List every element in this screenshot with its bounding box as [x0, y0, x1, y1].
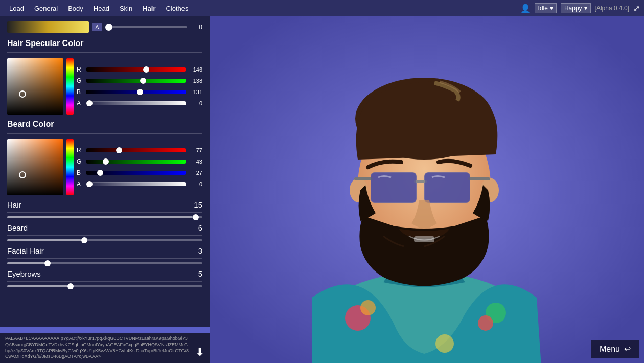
hair-r-track[interactable]: [86, 67, 186, 72]
prop-value-2: 3: [198, 246, 202, 255]
hair-g-track[interactable]: [86, 79, 186, 83]
nav-clothes[interactable]: Clothes: [160, 0, 193, 16]
nav-head[interactable]: Head: [88, 0, 114, 16]
svg-rect-19: [414, 236, 434, 242]
mood-dropdown[interactable]: Happy ▾: [561, 3, 591, 13]
nav-general[interactable]: General: [29, 0, 63, 16]
prop-track-0[interactable]: [7, 216, 202, 218]
hair-b-label: B: [77, 88, 83, 96]
menu-label: Menu: [600, 345, 620, 354]
hair-a-thumb[interactable]: [86, 100, 93, 106]
beard-color-line: [7, 133, 202, 134]
prop-thumb-0[interactable]: [193, 214, 199, 220]
beard-r-value: 77: [189, 147, 202, 153]
beard-rgba-sliders: R 77 G 43 B 27: [77, 139, 202, 195]
prop-row-facial-hair: Facial Hair 3: [7, 246, 202, 264]
mood-chevron: ▾: [584, 5, 587, 12]
status-dropdown[interactable]: Idle ▾: [535, 3, 557, 13]
nav-skin[interactable]: Skin: [114, 0, 137, 16]
prop-track-1[interactable]: [7, 239, 202, 241]
beard-a-thumb[interactable]: [86, 181, 93, 187]
prop-track-3[interactable]: [7, 285, 202, 287]
nav-body[interactable]: Body: [63, 0, 88, 16]
expand-icon[interactable]: ⤢: [633, 4, 640, 13]
nav-hair[interactable]: Hair: [137, 0, 160, 16]
hair-g-row: G 138: [77, 77, 202, 84]
alpha-button-top[interactable]: A: [92, 23, 102, 31]
hair-spectrum-bar[interactable]: [66, 58, 74, 115]
prop-name-0: Hair: [7, 200, 21, 209]
svg-point-6: [435, 334, 454, 353]
prop-name-2: Facial Hair: [7, 246, 44, 255]
menu-icon: ↩: [624, 344, 631, 354]
beard-a-label: A: [77, 180, 83, 188]
hair-r-thumb[interactable]: [143, 66, 149, 73]
mood-text: Happy: [564, 5, 582, 12]
hair-g-thumb[interactable]: [140, 78, 146, 84]
hair-specular-gradient[interactable]: [7, 58, 63, 115]
svg-rect-15: [354, 177, 373, 180]
beard-g-label: G: [77, 158, 83, 165]
prop-row-hair: Hair 15: [7, 200, 202, 218]
props-container: Hair 15 Beard 6 Facial Hair 3: [7, 200, 202, 287]
color-swatch-top[interactable]: [7, 21, 89, 33]
hair-g-value: 138: [189, 78, 202, 84]
prop-name-1: Beard: [7, 223, 28, 232]
character-view: [210, 16, 644, 363]
beard-a-value: 0: [189, 181, 202, 187]
menu-button[interactable]: Menu ↩: [591, 340, 639, 358]
beard-a-track[interactable]: [86, 182, 186, 186]
hair-b-row: B 131: [77, 88, 202, 96]
hair-a-row: A 0: [77, 100, 202, 107]
beard-r-track[interactable]: [86, 148, 186, 152]
prop-thumb-1[interactable]: [81, 237, 87, 243]
prop-track-2[interactable]: [7, 262, 202, 264]
svg-rect-18: [425, 173, 470, 202]
status-text: Idle: [538, 5, 548, 12]
prop-value-0: 15: [194, 200, 202, 209]
beard-b-row: B 27: [77, 169, 202, 176]
nav-load[interactable]: Load: [4, 0, 29, 16]
svg-point-3: [360, 300, 376, 315]
character-icon: 👤: [520, 4, 531, 13]
beard-b-label: B: [77, 169, 83, 176]
prop-thumb-2[interactable]: [44, 260, 51, 266]
hair-r-label: R: [77, 66, 83, 73]
hair-a-track[interactable]: [86, 101, 186, 105]
beard-color-picker: R 77 G 43 B 27: [7, 139, 202, 195]
svg-point-5: [478, 315, 493, 331]
prop-header-1: Beard 6: [7, 223, 202, 232]
beard-gradient-box[interactable]: [7, 139, 63, 195]
bottom-bar: PAEAAB+LCAAAAAAAAAIpYgADtj//xkY3r17pgXkq…: [0, 333, 210, 363]
svg-rect-17: [371, 173, 416, 202]
beard-g-track[interactable]: [86, 160, 186, 164]
beard-b-track[interactable]: [86, 171, 186, 175]
prop-header-3: Eyebrows 5: [7, 269, 202, 278]
hair-r-value: 146: [189, 66, 202, 73]
prop-thumb-3[interactable]: [67, 283, 74, 289]
beard-g-thumb[interactable]: [103, 158, 109, 165]
hair-specular-picker: R 146 G 138 B 131: [7, 58, 202, 115]
hair-a-value: 0: [189, 100, 202, 106]
beard-spectrum-bar[interactable]: [66, 139, 74, 195]
prop-value-3: 5: [198, 269, 202, 278]
version-badge: [Alpha 0.4.0]: [595, 5, 629, 12]
prop-value-1: 6: [198, 223, 202, 232]
prop-name-3: Eyebrows: [7, 269, 41, 278]
beard-color-title: Beard Color: [7, 120, 202, 129]
download-icon[interactable]: ⬇: [195, 345, 204, 360]
hair-b-thumb[interactable]: [137, 89, 143, 95]
top-nav: Load General Body Head Skin Hair Clothes…: [0, 0, 644, 16]
nav-right: 👤 Idle ▾ Happy ▾ [Alpha 0.4.0] ⤢: [520, 3, 640, 13]
beard-b-thumb[interactable]: [97, 170, 103, 176]
beard-r-row: R 77: [77, 147, 202, 154]
beard-g-value: 43: [189, 158, 202, 165]
hair-b-track[interactable]: [86, 90, 186, 94]
hair-r-row: R 146: [77, 66, 202, 73]
beard-r-thumb[interactable]: [116, 147, 122, 153]
status-chevron: ▾: [550, 5, 553, 12]
beard-r-label: R: [77, 147, 83, 154]
prop-row-beard: Beard 6: [7, 223, 202, 241]
beard-g-row: G 43: [77, 158, 202, 165]
prop-header-2: Facial Hair 3: [7, 246, 202, 255]
